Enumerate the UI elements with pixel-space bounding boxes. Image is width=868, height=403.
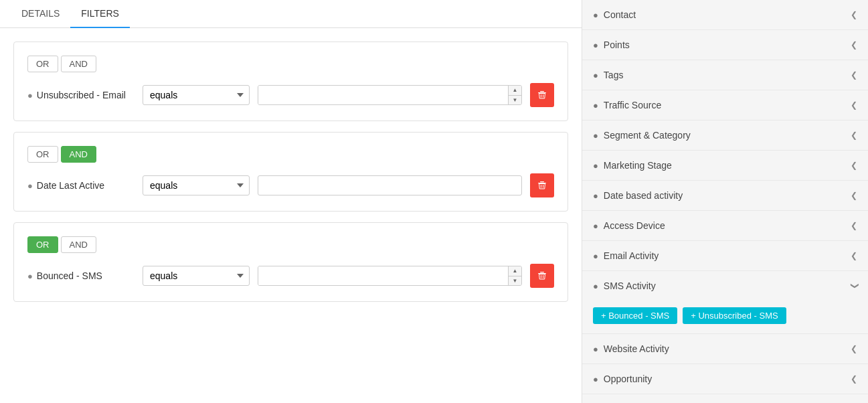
person-icon-contact: ● — [593, 10, 598, 20]
spin-arrows-1: ▲ ▼ — [508, 86, 521, 104]
sidebar-label-opportunity: Opportunity — [604, 374, 652, 384]
chevron-icon-sms-activity: ❮ — [849, 283, 859, 289]
chevron-icon-points: ❮ — [851, 40, 857, 50]
sidebar-label-date-based-activity: Date based activity — [604, 190, 683, 201]
chevron-icon-tags: ❮ — [851, 70, 857, 80]
field-name-2: Date Last Active — [37, 180, 104, 191]
and-button-2[interactable]: AND — [61, 146, 96, 163]
person-icon-tags: ● — [593, 70, 598, 80]
chevron-icon-email-activity: ❮ — [851, 251, 857, 260]
or-button-1[interactable]: OR — [27, 56, 58, 72]
logic-buttons-1: OR AND — [27, 56, 554, 72]
filter-group-3: OR AND ● Bounced - SMS equals not equals… — [13, 222, 568, 302]
sidebar-item-opportunity[interactable]: ● Opportunity ❮ — [582, 364, 868, 394]
person-icon-date-based-activity: ● — [593, 191, 598, 201]
sidebar-item-traffic-source[interactable]: ● Traffic Source ❮ — [582, 90, 868, 120]
sidebar-item-sms-activity: ● SMS Activity ❮ + Bounced - SMS + Unsub… — [582, 271, 868, 334]
chevron-icon-date-based-activity: ❮ — [851, 191, 857, 200]
spin-down-1[interactable]: ▼ — [509, 96, 521, 105]
field-label-3: ● Bounced - SMS — [27, 270, 135, 281]
sidebar-label-traffic-source: Traffic Source — [604, 100, 661, 110]
sidebar-item-contact[interactable]: ● Contact ❮ — [582, 0, 868, 30]
spin-up-1[interactable]: ▲ — [509, 86, 521, 96]
sms-tag-unsubscribed[interactable]: + Unsubscribed - SMS — [683, 307, 786, 324]
tab-bar: DETAILS FILTERS — [0, 0, 582, 28]
operator-select-1[interactable]: equals not equals contains — [143, 85, 250, 105]
filter-row-2: ● Date Last Active equals not equals bef… — [27, 173, 554, 197]
person-icon-traffic-source: ● — [593, 100, 598, 110]
value-text-1[interactable] — [258, 86, 508, 104]
and-button-1[interactable]: AND — [61, 56, 96, 72]
sidebar-label-segment-category: Segment & Category — [604, 130, 691, 141]
filter-group-1: OR AND ● Unsubscribed - Email equals not… — [13, 42, 568, 121]
or-button-2[interactable]: OR — [27, 146, 58, 163]
value-text-3[interactable] — [258, 266, 508, 285]
value-input-3: ▲ ▼ — [258, 266, 522, 286]
filter-row-1: ● Unsubscribed - Email equals not equals… — [27, 83, 554, 107]
filter-group-2: OR AND ● Date Last Active equals not equ… — [13, 132, 568, 212]
chevron-icon-opportunity: ❮ — [851, 374, 857, 384]
sidebar-label-marketing-stage: Marketing Stage — [604, 160, 672, 171]
sidebar-item-email-activity[interactable]: ● Email Activity ❮ — [582, 241, 868, 271]
svg-rect-5 — [540, 181, 544, 182]
trash-icon-1 — [537, 90, 547, 100]
sms-tags-container: + Bounced - SMS + Unsubscribed - SMS — [582, 301, 868, 333]
tab-filters[interactable]: FILTERS — [70, 0, 130, 28]
sidebar-item-segment-category[interactable]: ● Segment & Category ❮ — [582, 120, 868, 151]
sidebar-label-website-activity: Website Activity — [604, 343, 669, 354]
tab-details[interactable]: DETAILS — [11, 0, 70, 28]
operator-select-3[interactable]: equals not equals contains — [143, 266, 250, 286]
sidebar-item-points[interactable]: ● Points ❮ — [582, 30, 868, 60]
person-icon-2: ● — [27, 181, 33, 191]
sidebar-item-date-based-activity[interactable]: ● Date based activity ❮ — [582, 181, 868, 211]
field-name-3: Bounced - SMS — [37, 270, 102, 281]
logic-buttons-2: OR AND — [27, 146, 554, 163]
person-icon-sms-activity: ● — [593, 281, 598, 291]
sidebar-label-points: Points — [604, 39, 630, 50]
sidebar-item-marketing-stage[interactable]: ● Marketing Stage ❮ — [582, 151, 868, 181]
sidebar-label-tags: Tags — [604, 70, 624, 80]
spin-up-3[interactable]: ▲ — [509, 266, 521, 276]
sms-tag-bounced[interactable]: + Bounced - SMS — [593, 307, 677, 324]
value-input-2[interactable] — [258, 175, 522, 195]
sidebar-label-contact: Contact — [604, 9, 636, 20]
value-input-1: ▲ ▼ — [258, 85, 522, 105]
field-label-1: ● Unsubscribed - Email — [27, 90, 135, 100]
operator-select-2[interactable]: equals not equals before after — [143, 175, 250, 195]
person-icon-3: ● — [27, 271, 33, 281]
svg-rect-1 — [540, 91, 544, 92]
delete-button-1[interactable] — [530, 83, 554, 107]
person-icon-segment-category: ● — [593, 131, 598, 141]
person-icon-email-activity: ● — [593, 251, 598, 261]
chevron-icon-access-device: ❮ — [851, 221, 857, 230]
field-name-1: Unsubscribed - Email — [37, 90, 126, 100]
chevron-icon-segment-category: ❮ — [851, 131, 857, 140]
chevron-icon-traffic-source: ❮ — [851, 100, 857, 110]
logic-buttons-3: OR AND — [27, 236, 554, 253]
and-button-3[interactable]: AND — [61, 236, 96, 253]
sidebar-item-website-activity[interactable]: ● Website Activity ❮ — [582, 334, 868, 364]
filter-row-3: ● Bounced - SMS equals not equals contai… — [27, 264, 554, 288]
sidebar-item-access-device[interactable]: ● Access Device ❮ — [582, 211, 868, 241]
svg-rect-9 — [540, 272, 544, 272]
chevron-icon-website-activity: ❮ — [851, 344, 857, 353]
sms-activity-header[interactable]: ● SMS Activity ❮ — [582, 271, 868, 301]
person-icon-marketing-stage: ● — [593, 161, 598, 171]
filters-content: OR AND ● Unsubscribed - Email equals not… — [0, 28, 582, 403]
person-icon-1: ● — [27, 90, 33, 100]
sidebar-label-sms-activity: SMS Activity — [604, 280, 656, 291]
person-icon-opportunity: ● — [593, 374, 598, 384]
or-button-3[interactable]: OR — [27, 236, 58, 253]
delete-button-2[interactable] — [530, 173, 554, 197]
person-icon-access-device: ● — [593, 221, 598, 231]
chevron-icon-contact: ❮ — [851, 10, 857, 19]
sidebar-label-email-activity: Email Activity — [604, 250, 659, 261]
trash-icon-2 — [537, 181, 547, 190]
trash-icon-3 — [537, 271, 547, 280]
field-label-2: ● Date Last Active — [27, 180, 135, 191]
chevron-icon-marketing-stage: ❮ — [851, 161, 857, 170]
spin-down-3[interactable]: ▼ — [509, 276, 521, 286]
spin-arrows-3: ▲ ▼ — [508, 266, 521, 285]
sidebar-item-tags[interactable]: ● Tags ❮ — [582, 60, 868, 90]
delete-button-3[interactable] — [530, 264, 554, 288]
